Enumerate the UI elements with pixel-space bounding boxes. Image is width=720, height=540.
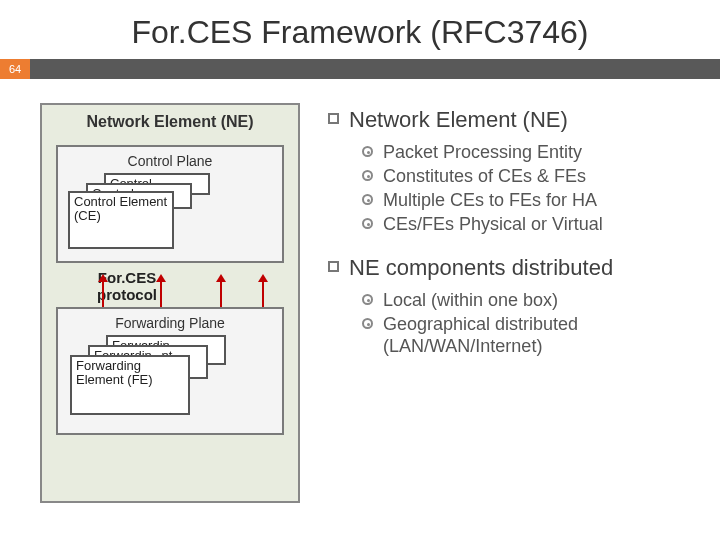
protocol-label: For.CES protocol <box>72 269 182 303</box>
forwarding-plane-label: Forwarding Plane <box>64 315 276 335</box>
circle-bullet-icon <box>362 146 373 157</box>
bullet-text: NE components distributed <box>349 255 613 281</box>
square-bullet-icon <box>328 261 339 272</box>
bullet-list: Network Element (NE) Packet Processing E… <box>328 107 698 359</box>
sub-bullet-text: CEs/FEs Physical or Virtual <box>383 213 603 235</box>
circle-bullet-icon <box>362 318 373 329</box>
fe-card-front: Forwarding Element (FE) <box>70 355 190 415</box>
sub-bullet-item: Local (within one box) <box>362 289 698 311</box>
circle-bullet-icon <box>362 218 373 229</box>
bullet-item: NE components distributed <box>328 255 698 281</box>
slide-number-badge: 64 <box>0 59 30 79</box>
circle-bullet-icon <box>362 194 373 205</box>
ne-diagram: Network Element (NE) Control Plane Contr… <box>40 103 300 503</box>
circle-bullet-icon <box>362 294 373 305</box>
sub-bullet-item: Constitutes of CEs & FEs <box>362 165 698 187</box>
fe-front-text: Forwarding Element (FE) <box>76 358 153 387</box>
bullet-item: Network Element (NE) <box>328 107 698 133</box>
sub-bullet-item: Packet Processing Entity <box>362 141 698 163</box>
ce-stack: Control Control Control Element (CE) <box>68 173 218 251</box>
ne-diagram-title: Network Element (NE) <box>42 105 298 145</box>
bullet-text: Network Element (NE) <box>349 107 568 133</box>
control-plane-box: Control Plane Control Control Control El… <box>56 145 284 263</box>
circle-bullet-icon <box>362 170 373 181</box>
sub-bullet-text: Packet Processing Entity <box>383 141 582 163</box>
sub-bullet-text: Local (within one box) <box>383 289 558 311</box>
sub-bullet-text: Multiple CEs to FEs for HA <box>383 189 597 211</box>
accent-bar: 64 <box>0 59 720 79</box>
sub-bullet-text: Constitutes of CEs & FEs <box>383 165 586 187</box>
square-bullet-icon <box>328 113 339 124</box>
forwarding-plane-box: Forwarding Plane Forwardin Forwardin nt … <box>56 307 284 435</box>
slide-title: For.CES Framework (RFC3746) <box>0 0 720 59</box>
sub-bullet-item: CEs/FEs Physical or Virtual <box>362 213 698 235</box>
sub-bullet-item: Multiple CEs to FEs for HA <box>362 189 698 211</box>
sub-bullet-item: Geographical distributed (LAN/WAN/Intern… <box>362 313 698 357</box>
control-plane-label: Control Plane <box>64 153 276 173</box>
ce-card-front: Control Element (CE) <box>68 191 174 249</box>
sub-bullet-text: Geographical distributed (LAN/WAN/Intern… <box>383 313 698 357</box>
fe-stack: Forwardin Forwardin nt Forwarding Elemen… <box>70 335 230 419</box>
slide-content: Network Element (NE) Control Plane Contr… <box>0 79 720 540</box>
